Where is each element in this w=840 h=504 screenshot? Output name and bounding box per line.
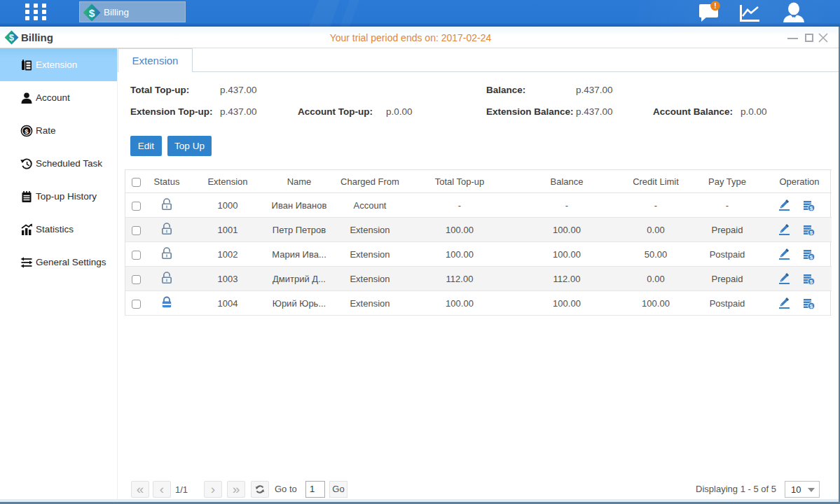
svg-text:!: ! <box>714 2 716 10</box>
svg-text:$: $ <box>89 7 95 19</box>
svg-text:$: $ <box>810 254 813 260</box>
svg-text:$: $ <box>810 303 813 309</box>
svg-text:$: $ <box>25 127 29 134</box>
svg-text:$: $ <box>810 230 813 236</box>
svg-text:$: $ <box>810 279 813 285</box>
svg-text:$: $ <box>810 205 813 211</box>
